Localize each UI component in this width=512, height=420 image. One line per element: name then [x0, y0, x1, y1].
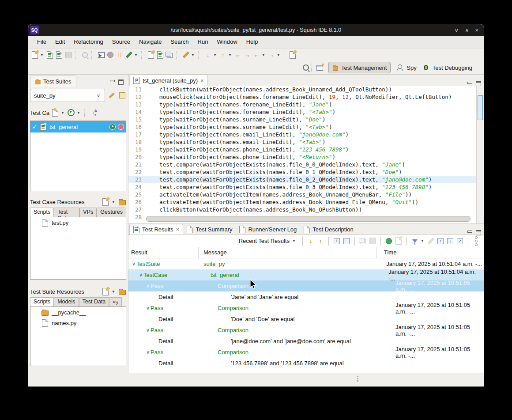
- code-line-13[interactable]: 13 type(waitForObject(names.forename_Lin…: [128, 101, 477, 108]
- object-picker-icon[interactable]: [81, 51, 89, 59]
- result-row[interactable]: ∨TestCasetst_generalJanuary 17, 2025 at …: [128, 269, 484, 280]
- forward-gray-icon[interactable]: →: [267, 51, 275, 59]
- new-resource-dropdown[interactable]: ▼: [112, 290, 116, 294]
- run-test-suite-icon[interactable]: [67, 109, 75, 117]
- new-resource-icon[interactable]: [102, 198, 109, 206]
- chevron-down-icon[interactable]: ∨: [131, 261, 136, 267]
- result-row[interactable]: ∨PassComparisonJanuary 17, 2025 at 10:51…: [128, 280, 484, 291]
- new-resource-icon[interactable]: [102, 288, 109, 295]
- code-line-19[interactable]: 19 type(waitForObject(names.phone_LineEd…: [128, 146, 477, 153]
- maximize-view-icon[interactable]: [118, 79, 124, 84]
- perspective-test-management[interactable]: Test Management: [328, 62, 391, 73]
- editor-tab-tst-general[interactable]: P tst_general (suite_py) ×: [129, 75, 208, 86]
- code-line-17[interactable]: 17 type(waitForObject(names.email_LineEd…: [128, 131, 477, 138]
- result-row[interactable]: Detail'123 456 7898' and '123 456 7898' …: [128, 358, 484, 369]
- menu-run[interactable]: Run: [193, 36, 213, 48]
- back-dropdown[interactable]: ▼: [262, 53, 266, 57]
- menu-edit[interactable]: Edit: [51, 36, 69, 48]
- minimize-editor-icon[interactable]: [467, 81, 472, 86]
- folder-row[interactable]: __pycache__: [30, 307, 126, 318]
- tab-scripts[interactable]: Scripts: [30, 297, 54, 307]
- new-folder-icon[interactable]: [118, 198, 126, 206]
- test-case-row[interactable]: ✓tst_general: [30, 121, 126, 132]
- bottom-tab-runner-server-log[interactable]: Runner/Server Log: [236, 224, 300, 235]
- export-results-icon[interactable]: ↓: [446, 237, 454, 245]
- checkmark-icon[interactable]: ✓: [32, 124, 37, 130]
- close-tab-icon[interactable]: ×: [176, 226, 180, 233]
- view-tab-test-suites[interactable]: Test Suites: [30, 76, 76, 87]
- quickfix-dropdown[interactable]: ▼: [191, 53, 196, 57]
- column-time[interactable]: Time: [381, 249, 396, 256]
- code-line-23[interactable]: 23 test.compare(waitForObjectExists(name…: [128, 176, 477, 183]
- save-icon[interactable]: [64, 51, 72, 59]
- code-line-18[interactable]: 18 type(waitForObject(names.email_LineEd…: [128, 138, 477, 146]
- filter-icon[interactable]: [411, 237, 419, 245]
- menu-source[interactable]: Source: [108, 36, 135, 48]
- collapse-all-icon[interactable]: −: [343, 237, 350, 245]
- result-row[interactable]: Detail'jane@doe.com' and 'jane@doe.com' …: [128, 336, 484, 347]
- menu-file[interactable]: File: [33, 36, 51, 48]
- tab-test-data[interactable]: Test Data: [79, 297, 109, 307]
- pause-icon[interactable]: [116, 51, 124, 59]
- result-row[interactable]: Detail'Doe' and 'Doe' are equal: [128, 314, 484, 325]
- maximize-editor-icon[interactable]: [476, 81, 481, 86]
- close-tab-icon[interactable]: ×: [200, 77, 204, 84]
- code-line-21[interactable]: 21 test.compare(waitForObjectExists(name…: [128, 161, 477, 168]
- code-editor[interactable]: 11 clickButton(waitForObject(names.addre…: [128, 86, 477, 223]
- bottom-tab-test-description[interactable]: Test Description: [300, 224, 357, 235]
- prev-result-icon[interactable]: ↑: [316, 237, 324, 245]
- paste-test-case-icon[interactable]: [55, 51, 63, 59]
- clear-icon[interactable]: [427, 237, 435, 245]
- close-window-button[interactable]: ×: [475, 27, 478, 34]
- open-external-icon[interactable]: ↗: [456, 237, 464, 245]
- code-line-14[interactable]: 14 type(waitForObject(names.forename_Lin…: [128, 108, 477, 116]
- screenshot-icon[interactable]: [359, 237, 367, 245]
- new-test-suite-icon[interactable]: [31, 51, 39, 59]
- code-line-24[interactable]: 24 test.compare(waitForObjectExists(name…: [128, 183, 477, 191]
- new-test-case-icon[interactable]: [51, 109, 59, 117]
- new-folder-icon[interactable]: [118, 288, 126, 295]
- open-perspective-icon[interactable]: [316, 64, 324, 72]
- result-row[interactable]: ∨PassComparisonJanuary 17, 2025 at 10:51…: [128, 347, 484, 358]
- maximize-window-button[interactable]: ∧: [465, 27, 469, 34]
- code-line-12[interactable]: 12 mouseClick(waitForObject(names.forena…: [128, 93, 477, 101]
- search-icon[interactable]: [302, 64, 310, 72]
- next-annotation-icon[interactable]: ↓: [204, 51, 212, 59]
- quickfix-pen-icon[interactable]: [182, 51, 190, 59]
- copy-test-case-icon[interactable]: [46, 51, 54, 59]
- recent-test-results-dropdown[interactable]: Recent Test Results ▼: [236, 237, 299, 245]
- file-row[interactable]: test.py: [30, 217, 126, 228]
- file-row[interactable]: names.py: [30, 318, 126, 328]
- edit-pen-icon[interactable]: [125, 51, 133, 59]
- new-dropdown[interactable]: ▼: [40, 53, 45, 57]
- menu-window[interactable]: Window: [212, 36, 241, 48]
- web-doc-icon[interactable]: [156, 51, 164, 59]
- last-edit-icon[interactable]: ←: [252, 51, 260, 59]
- expand-all-icon[interactable]: +: [333, 237, 341, 245]
- video-icon[interactable]: [369, 237, 376, 245]
- record-icon[interactable]: [106, 51, 114, 59]
- chevron-down-icon[interactable]: ∨: [145, 283, 151, 289]
- run-dropdown[interactable]: ▼: [77, 111, 81, 115]
- chevron-down-icon[interactable]: ∨: [138, 272, 143, 278]
- verify-icon[interactable]: [385, 237, 393, 245]
- code-line-11[interactable]: 11 clickButton(waitForObject(names.addre…: [128, 86, 477, 93]
- tab-models[interactable]: Models: [54, 297, 79, 307]
- menu-navigate[interactable]: Navigate: [135, 36, 166, 48]
- minimize-panel-icon[interactable]: [467, 230, 472, 235]
- bottom-tab-test-summary[interactable]: Test Summary: [183, 224, 236, 235]
- sort-az-icon[interactable]: ↓az: [90, 109, 98, 117]
- chevron-down-icon[interactable]: ∨: [145, 327, 151, 333]
- clone-window-icon[interactable]: [166, 51, 173, 59]
- restore-window-button[interactable]: ∨: [454, 27, 459, 34]
- scrollbar-thumb[interactable]: [478, 95, 483, 120]
- prev-annotation-icon[interactable]: ↑: [219, 51, 227, 59]
- suite-selector[interactable]: suite_py ∨: [30, 89, 105, 102]
- new-view-icon[interactable]: [289, 51, 297, 59]
- result-row[interactable]: ∨PassComparisonJanuary 17, 2025 at 10:51…: [128, 303, 484, 314]
- result-row[interactable]: Detail'Jane' and 'Jane' are equal: [128, 291, 484, 303]
- next-result-icon[interactable]: ↓: [307, 237, 315, 245]
- launch-aut-icon[interactable]: [97, 51, 105, 59]
- results-table-header[interactable]: Result Message Time: [128, 247, 484, 258]
- back-history-icon[interactable]: ←: [234, 51, 242, 59]
